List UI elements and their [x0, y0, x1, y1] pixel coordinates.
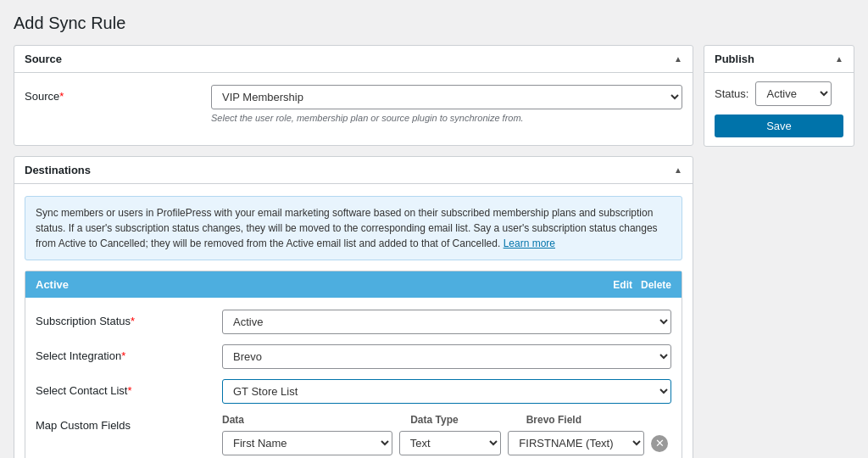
- map-fields-label: Map Custom Fields: [36, 414, 222, 432]
- source-chevron-icon[interactable]: ▲: [674, 54, 682, 64]
- integration-control: Brevo: [222, 344, 671, 369]
- map-type-select-1[interactable]: Text: [399, 431, 502, 455]
- map-fields-control: Data Data Type Brevo Field First Name: [222, 414, 671, 458]
- source-control: VIP Membership Select the user role, mem…: [211, 85, 682, 123]
- status-select[interactable]: Active: [755, 81, 832, 106]
- publish-status-row: Status: Active: [715, 81, 843, 106]
- contact-list-control: GT Store List: [222, 379, 671, 404]
- delete-link[interactable]: Delete: [641, 279, 671, 291]
- destination-header: Active Edit Delete: [25, 271, 682, 298]
- map-data-select-1[interactable]: First Name: [222, 431, 392, 455]
- publish-card-header: Publish ▲: [704, 46, 854, 73]
- destinations-card-body: Sync members or users in ProfilePress wi…: [14, 184, 693, 458]
- publish-chevron-icon[interactable]: ▲: [835, 54, 843, 64]
- map-fields-header: Data Data Type Brevo Field: [222, 414, 671, 426]
- source-card-header: Source ▲: [14, 46, 693, 73]
- publish-body: Status: Active Save: [704, 73, 854, 146]
- source-card-body: Source* VIP Membership Select the user r…: [14, 73, 693, 145]
- sub-status-control: Active: [222, 310, 671, 334]
- source-card: Source ▲ Source* VIP Membership Select t…: [14, 45, 693, 146]
- contact-list-label: Select Contact List*: [36, 379, 222, 397]
- sub-status-select[interactable]: Active: [222, 310, 671, 334]
- integration-label: Select Integration*: [36, 344, 222, 362]
- contact-list-select[interactable]: GT Store List: [222, 379, 671, 404]
- integration-select[interactable]: Brevo: [222, 344, 671, 369]
- integration-row: Select Integration* Brevo: [36, 344, 671, 369]
- map-fields-row: Map Custom Fields Data Data Type Brevo F…: [36, 414, 671, 458]
- publish-col: Publish ▲ Status: Active Save: [704, 45, 854, 147]
- source-help-text: Select the user role, membership plan or…: [211, 113, 682, 123]
- contact-list-row: Select Contact List* GT Store List: [36, 379, 671, 404]
- save-button[interactable]: Save: [715, 114, 843, 137]
- remove-field-btn-1[interactable]: ✕: [651, 435, 668, 452]
- col-header-type: Data Type: [410, 414, 520, 426]
- edit-link[interactable]: Edit: [613, 279, 632, 291]
- map-field-row-1: First Name Text: [222, 431, 671, 455]
- destination-header-actions: Edit Delete: [613, 279, 671, 291]
- publish-card: Publish ▲ Status: Active Save: [704, 45, 854, 147]
- publish-heading: Publish: [715, 53, 754, 65]
- info-text: Sync members or users in ProfilePress wi…: [36, 207, 658, 249]
- status-label: Status:: [715, 87, 748, 100]
- learn-more-link[interactable]: Learn more: [504, 237, 555, 249]
- info-banner: Sync members or users in ProfilePress wi…: [25, 196, 682, 260]
- destinations-card-header: Destinations ▲: [14, 157, 693, 184]
- destination-title: Active: [36, 278, 69, 291]
- destinations-heading: Destinations: [25, 164, 91, 176]
- source-form-row: Source* VIP Membership Select the user r…: [25, 85, 682, 123]
- destination-block: Active Edit Delete Subscription Status*: [25, 271, 682, 458]
- sub-status-row: Subscription Status* Active: [36, 310, 671, 334]
- sub-status-label: Subscription Status*: [36, 310, 222, 327]
- map-field-select-1[interactable]: FIRSTNAME (Text): [508, 431, 644, 455]
- source-label: Source*: [25, 85, 211, 103]
- col-header-field: Brevo Field: [526, 414, 671, 426]
- page-title: Add Sync Rule: [14, 14, 854, 33]
- destinations-chevron-icon[interactable]: ▲: [674, 165, 682, 175]
- source-select[interactable]: VIP Membership: [211, 85, 682, 109]
- source-heading: Source: [25, 53, 62, 65]
- destinations-card: Destinations ▲ Sync members or users in …: [14, 156, 693, 458]
- destination-body: Subscription Status* Active Selec: [25, 298, 682, 458]
- col-header-data: Data: [222, 414, 403, 426]
